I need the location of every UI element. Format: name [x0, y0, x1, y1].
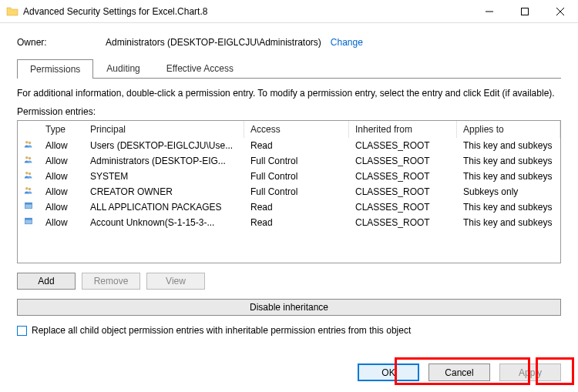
- cancel-button[interactable]: Cancel: [428, 364, 490, 381]
- view-button: View: [146, 273, 205, 290]
- cell-applies: This key and subkeys: [457, 154, 560, 168]
- cell-inherited: CLASSES_ROOT: [349, 169, 457, 183]
- svg-point-11: [29, 188, 31, 190]
- tab-bar: Permissions Auditing Effective Access: [17, 59, 561, 79]
- remove-button: Remove: [82, 273, 140, 290]
- entries-label: Permission entries:: [17, 106, 561, 117]
- svg-point-9: [29, 173, 31, 175]
- svg-rect-1: [522, 8, 529, 15]
- cell-inherited: CLASSES_ROOT: [349, 154, 457, 168]
- cell-applies: This key and subkeys: [457, 200, 560, 214]
- table-row[interactable]: AllowUsers (DESKTOP-EIGLCJU\Use...ReadCL…: [18, 138, 560, 153]
- cell-access: Read: [244, 200, 349, 214]
- tab-auditing[interactable]: Auditing: [93, 59, 153, 78]
- people-icon: [24, 186, 33, 198]
- col-type[interactable]: Type: [39, 121, 84, 138]
- cell-type: Allow: [39, 169, 84, 183]
- owner-label: Owner:: [17, 37, 106, 48]
- owner-value: Administrators (DESKTOP-EIGLCJU\Administ…: [106, 37, 321, 48]
- table-row[interactable]: AllowCREATOR OWNERFull ControlCLASSES_RO…: [18, 184, 560, 199]
- ok-button[interactable]: OK: [358, 364, 419, 381]
- disable-inheritance-button[interactable]: Disable inheritance: [17, 299, 561, 316]
- people-icon: [24, 139, 33, 152]
- replace-label: Replace all child object permission entr…: [32, 325, 411, 336]
- cell-applies: This key and subkeys: [457, 216, 560, 230]
- svg-rect-13: [25, 203, 32, 204]
- cell-type: Allow: [39, 216, 84, 230]
- window-title: Advanced Security Settings for Excel.Cha…: [23, 6, 472, 17]
- svg-rect-15: [25, 218, 32, 219]
- add-button[interactable]: Add: [17, 273, 76, 290]
- grid-header: Type Principal Access Inherited from App…: [18, 121, 560, 138]
- people-icon: [24, 170, 33, 183]
- apply-button[interactable]: Apply: [499, 364, 561, 381]
- cell-access: Read: [244, 139, 349, 152]
- people-icon: [24, 155, 33, 167]
- svg-point-4: [25, 141, 28, 143]
- cell-applies: This key and subkeys: [457, 169, 560, 183]
- col-access[interactable]: Access: [244, 121, 349, 138]
- cell-applies: Subkeys only: [457, 185, 560, 199]
- cell-type: Allow: [39, 154, 84, 168]
- permission-grid[interactable]: Type Principal Access Inherited from App…: [17, 120, 561, 263]
- replace-checkbox[interactable]: [17, 326, 27, 336]
- col-applies[interactable]: Applies to: [457, 121, 560, 138]
- cell-access: Full Control: [244, 169, 349, 183]
- cell-access: Read: [244, 216, 349, 230]
- table-row[interactable]: AllowAccount Unknown(S-1-15-3-...ReadCLA…: [18, 215, 560, 230]
- col-principal[interactable]: Principal: [84, 121, 244, 138]
- cell-principal: SYSTEM: [84, 169, 244, 183]
- cell-principal: Account Unknown(S-1-15-3-...: [84, 216, 244, 230]
- close-button[interactable]: [543, 0, 578, 22]
- table-row[interactable]: AllowSYSTEMFull ControlCLASSES_ROOTThis …: [18, 169, 560, 184]
- tab-effective-access[interactable]: Effective Access: [153, 59, 247, 78]
- svg-point-6: [25, 156, 28, 159]
- cell-type: Allow: [39, 139, 84, 152]
- help-text: For additional information, double-click…: [17, 88, 561, 99]
- table-row[interactable]: AllowALL APPLICATION PACKAGESReadCLASSES…: [18, 199, 560, 215]
- cell-principal: ALL APPLICATION PACKAGES: [84, 200, 244, 214]
- cell-access: Full Control: [244, 185, 349, 199]
- cell-type: Allow: [39, 185, 84, 199]
- svg-point-7: [29, 157, 31, 159]
- change-owner-link[interactable]: Change: [331, 37, 363, 48]
- folder-icon: [6, 5, 18, 18]
- cell-inherited: CLASSES_ROOT: [349, 200, 457, 214]
- cell-access: Full Control: [244, 154, 349, 168]
- minimize-button[interactable]: [472, 0, 507, 22]
- table-row[interactable]: AllowAdministrators (DESKTOP-EIG...Full …: [18, 153, 560, 169]
- col-inherited[interactable]: Inherited from: [349, 121, 457, 138]
- cell-principal: Administrators (DESKTOP-EIG...: [84, 154, 244, 168]
- tab-permissions[interactable]: Permissions: [17, 59, 93, 79]
- cell-principal: CREATOR OWNER: [84, 185, 244, 199]
- maximize-button[interactable]: [507, 0, 543, 22]
- cell-type: Allow: [39, 200, 84, 214]
- cell-inherited: CLASSES_ROOT: [349, 139, 457, 152]
- svg-point-10: [25, 187, 28, 189]
- svg-point-5: [29, 142, 31, 144]
- cell-inherited: CLASSES_ROOT: [349, 185, 457, 199]
- package-icon: [24, 201, 33, 213]
- title-bar: Advanced Security Settings for Excel.Cha…: [0, 0, 578, 23]
- cell-principal: Users (DESKTOP-EIGLCJU\Use...: [84, 139, 244, 152]
- svg-point-8: [25, 172, 28, 174]
- cell-inherited: CLASSES_ROOT: [349, 216, 457, 230]
- package-icon: [24, 216, 33, 229]
- cell-applies: This key and subkeys: [457, 139, 560, 152]
